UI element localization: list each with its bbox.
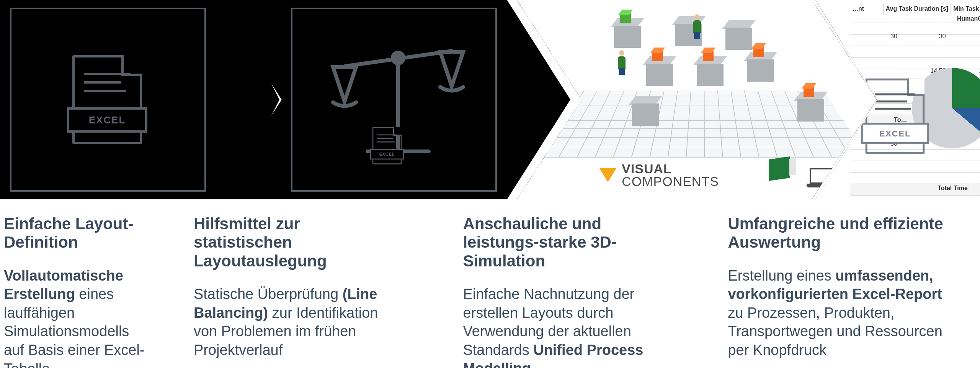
worker-1 [614, 48, 629, 75]
hdr-0: …nt [850, 4, 884, 15]
captions-row: Einfache Layout-Definition Vollautomatis… [0, 215, 980, 368]
station-5 [747, 52, 774, 82]
station-6 [632, 96, 659, 126]
vc-brand-bottom: COMPONENTS [622, 174, 719, 189]
vc-v-icon [599, 168, 616, 182]
visual-components-logo: VISUALCOMPONENTS [599, 163, 719, 187]
excel-badge-report: EXCEL [861, 123, 929, 144]
caption-4-post: zu Prozessen, Produkten, Transportwegen … [728, 305, 942, 358]
caption-3-body: Einfache Nachnutzung der erstellen Layou… [463, 285, 659, 368]
station-4 [697, 56, 724, 86]
caption-2: Hilfsmittel zur statistischen Layoutausl… [194, 215, 425, 368]
caption-1-body: Vollautomatische Erstellung eines lauffä… [4, 266, 152, 368]
hdr-1: Avg Task Duration [s] [884, 4, 951, 15]
cell-r1-min: 30 [905, 31, 949, 42]
excel-tile-icon [769, 156, 790, 181]
hdr-2: Min Task Duration [s] [951, 4, 980, 15]
station-2 [725, 20, 752, 50]
report-total-row-2: Total Time 56,03 186,3… [850, 183, 980, 195]
caption-1: Einfache Layout-Definition Vollautomatis… [4, 215, 175, 368]
caption-1-title: Einfache Layout-Definition [4, 215, 152, 252]
caption-3: Anschauliche und leistungs-starke 3D-Sim… [463, 215, 682, 368]
step-2-panel [291, 8, 497, 192]
cell-r1-avg: 30 [856, 31, 900, 42]
chevron-band: EXCEL [0, 0, 980, 199]
station-green-1 [614, 18, 641, 48]
report-header-row: …nt Avg Task Duration [s] Min Task Durat… [850, 4, 980, 15]
caption-4-pre: Erstellung eines [728, 268, 835, 284]
excel-report-icon: EXCEL [866, 79, 925, 154]
process-diagram: EXCEL [0, 0, 980, 368]
report-scene: …nt Avg Task Duration [s] Min Task Durat… [815, 0, 980, 199]
caption-3-title: Anschauliche und leistungs-starke 3D-Sim… [463, 215, 659, 270]
step-4: …nt Avg Task Duration [s] Min Task Durat… [815, 0, 980, 199]
step-4-shape: …nt Avg Task Duration [s] Min Task Durat… [815, 0, 980, 199]
report-group-title: HumanGroupA Resource 1 [850, 15, 980, 27]
station-3 [646, 56, 673, 86]
caption-4: Umfangreiche und effiziente Auswertung E… [728, 215, 980, 368]
caption-2-body: Statische Überprüfung (Line Balancing) z… [194, 285, 402, 360]
worker-2 [689, 12, 705, 39]
step-1-panel [10, 8, 206, 192]
caption-4-title: Umfangreiche und effiziente Auswertung [728, 215, 957, 252]
caption-2-pre: Statische Überprüfung [194, 286, 343, 302]
cell-r1-max: 30 [953, 31, 980, 42]
caption-2-title: Hilfsmittel zur statistischen Layoutausl… [194, 215, 402, 270]
caption-4-body: Erstellung eines umfassenden, vorkonfigu… [728, 266, 957, 360]
